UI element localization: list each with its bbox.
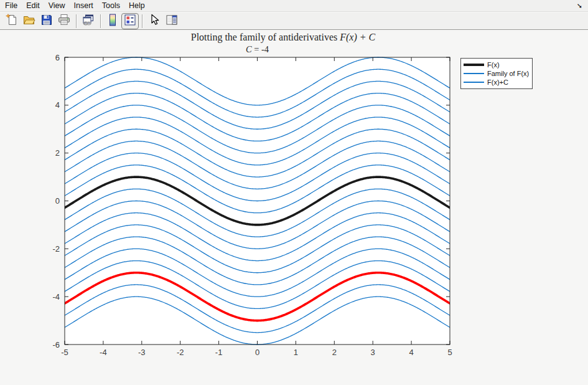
plot-title-math: F(x) + C [340, 32, 375, 42]
y-tick-label: 4 [55, 100, 60, 110]
menu-bar-items: FileEditViewInsertToolsHelp [5, 0, 149, 11]
toolbar-separator [76, 14, 77, 28]
save-icon [40, 13, 54, 29]
x-tick-label: -2 [177, 348, 184, 357]
x-tick-label: 3 [371, 348, 375, 357]
y-tick-label: -6 [52, 340, 60, 349]
x-tick-label: 2 [332, 348, 337, 357]
print-icon [57, 13, 71, 29]
menu-help[interactable]: Help [124, 0, 149, 11]
legend-line-sample [464, 64, 484, 66]
toolbar-separator [142, 14, 142, 28]
legend-box[interactable]: F(x)Family of F(x)F(x)+C [460, 58, 533, 89]
pointer-icon [147, 13, 161, 29]
plot-subtitle: C = -4 [0, 44, 515, 55]
legend-label: F(x)+C [487, 78, 508, 87]
y-tick-label: 0 [55, 196, 60, 206]
axes-panel-icon [165, 13, 179, 29]
legend-entry: F(x) [464, 60, 529, 69]
legend-entry: F(x)+C [464, 78, 529, 87]
colorbar-toggle-button[interactable] [104, 13, 121, 29]
x-tick-label: -4 [100, 348, 107, 357]
toolbar-separator [100, 14, 101, 28]
x-tick-label: -3 [138, 348, 146, 357]
menu-overflow-button[interactable]: ➘ [577, 1, 582, 11]
menu-tools[interactable]: Tools [98, 0, 124, 11]
subtitle-c-symbol: C [246, 44, 252, 54]
menu-edit[interactable]: Edit [22, 0, 44, 11]
plot-title: Plotting the family of antiderivatives F… [0, 32, 566, 43]
x-tick-label: 5 [447, 348, 452, 357]
link-button[interactable] [80, 13, 97, 29]
save-button[interactable] [38, 13, 55, 29]
open-button[interactable] [21, 13, 38, 29]
link-icon [82, 13, 95, 29]
plot-title-text: Plotting the family of antiderivatives [191, 32, 340, 42]
y-tick-label: -2 [52, 244, 60, 254]
axes-properties-button[interactable] [163, 13, 180, 29]
legend-line-sample [464, 73, 484, 74]
x-tick-label: -5 [61, 348, 68, 357]
print-button[interactable] [55, 13, 73, 29]
x-tick-label: 4 [409, 348, 413, 357]
legend-toggle-button[interactable] [121, 13, 139, 29]
x-tick-label: 0 [255, 348, 259, 357]
y-tick-label: 2 [55, 148, 60, 158]
y-tick-label: -4 [52, 292, 60, 302]
menu-file[interactable]: File [5, 0, 22, 11]
toolbar [0, 12, 588, 30]
subtitle-value: = -4 [252, 44, 269, 54]
x-tick-label: 1 [294, 348, 298, 357]
legend-label: Family of F(x) [487, 69, 529, 78]
legend-label: F(x) [487, 60, 500, 69]
legend-entry: Family of F(x) [464, 69, 529, 78]
menu-bar: FileEditViewInsertToolsHelp ➘ [0, 0, 588, 12]
open-folder-icon [22, 13, 36, 29]
x-tick-label: -1 [215, 348, 223, 357]
colorbar-icon [106, 13, 119, 29]
legend-icon [123, 13, 137, 29]
new-figure-button[interactable] [3, 13, 21, 29]
select-tool-button[interactable] [146, 13, 163, 29]
menu-view[interactable]: View [44, 0, 70, 11]
menu-insert[interactable]: Insert [70, 0, 98, 11]
new-document-icon [5, 13, 19, 29]
legend-line-sample [464, 82, 484, 83]
